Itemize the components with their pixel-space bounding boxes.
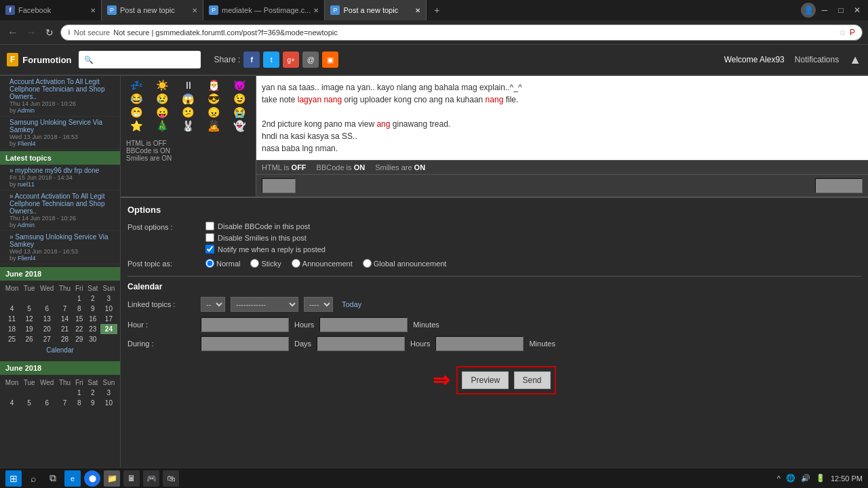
radio-normal-label[interactable]: Normal bbox=[205, 259, 240, 268]
new-tab-button[interactable]: + bbox=[427, 0, 447, 20]
cal-d-10[interactable]: 10 bbox=[100, 304, 117, 314]
forward-button[interactable]: → bbox=[24, 25, 39, 40]
tray-up-icon[interactable]: ^ bbox=[777, 474, 781, 483]
minimize-button[interactable]: ─ bbox=[817, 3, 832, 18]
start-button[interactable]: ⊞ bbox=[5, 470, 22, 487]
store-taskbar-icon[interactable]: 🛍 bbox=[163, 470, 179, 487]
emoji-santa[interactable]: 🎅 bbox=[202, 79, 226, 92]
cal-d-15[interactable]: 15 bbox=[73, 314, 85, 324]
emoji-sun[interactable]: ☀️ bbox=[150, 79, 174, 92]
edge-taskbar-icon[interactable]: e bbox=[64, 470, 81, 487]
cal-d-26[interactable]: 26 bbox=[21, 334, 37, 344]
tray-battery-icon[interactable]: 🔋 bbox=[816, 474, 825, 483]
cal-d-11[interactable]: 11 bbox=[3, 314, 21, 324]
cal-d-1[interactable]: 1 bbox=[73, 293, 85, 304]
sidebar-topic-link-1[interactable]: myphone my96 dtv frp done bbox=[15, 167, 99, 174]
cal-d-24-today[interactable]: 24 bbox=[100, 324, 117, 334]
scroll-up-button[interactable]: ▲ bbox=[849, 53, 861, 67]
sidebar-link-account-1[interactable]: Account Activation To All Legit Cellphon… bbox=[9, 78, 104, 100]
emoji-sleep[interactable]: 💤 bbox=[124, 79, 149, 92]
rss-share-button[interactable]: ▣ bbox=[322, 52, 338, 68]
cal-d-6[interactable]: 6 bbox=[37, 304, 56, 314]
tab-post-active-close[interactable]: ✕ bbox=[415, 7, 420, 14]
cal-d-empty2[interactable] bbox=[21, 293, 37, 304]
emoji-shock[interactable]: 😱 bbox=[176, 93, 200, 105]
linked-select-month[interactable]: ------------ bbox=[231, 297, 298, 312]
emoji-star[interactable]: ⭐ bbox=[124, 120, 149, 132]
cal-d-23[interactable]: 23 bbox=[85, 324, 100, 334]
checkbox-smilies[interactable] bbox=[205, 233, 214, 242]
hour-input[interactable] bbox=[201, 317, 289, 332]
cal-d-9[interactable]: 9 bbox=[85, 304, 100, 314]
cal-d-17[interactable]: 17 bbox=[100, 314, 117, 324]
send-button[interactable]: Send bbox=[514, 371, 551, 389]
emoji-confused[interactable]: 😕 bbox=[176, 106, 200, 119]
cal-d-12[interactable]: 12 bbox=[21, 314, 37, 324]
search-taskbar-button[interactable]: ⌕ bbox=[25, 470, 41, 487]
radio-announcement[interactable] bbox=[292, 259, 300, 268]
emoji-laugh[interactable]: 😂 bbox=[124, 93, 149, 105]
task-view-button[interactable]: ⧉ bbox=[45, 470, 61, 487]
tab-facebook-close[interactable]: ✕ bbox=[90, 7, 96, 14]
address-bar[interactable]: ℹ Not secure Not secure | gsmmediatek.fo… bbox=[60, 24, 863, 41]
cal-d-28[interactable]: 28 bbox=[56, 334, 73, 344]
googleplus-share-button[interactable]: g+ bbox=[283, 52, 299, 68]
calculator-taskbar-icon[interactable]: 🖩 bbox=[123, 470, 140, 487]
checkbox-bbcode[interactable] bbox=[205, 222, 214, 230]
during-hours-input[interactable] bbox=[317, 336, 405, 351]
emoji-cool[interactable]: 😎 bbox=[202, 93, 226, 105]
tray-volume-icon[interactable]: 🔊 bbox=[801, 474, 810, 483]
chrome-taskbar-icon[interactable]: ⬤ bbox=[84, 470, 100, 487]
radio-normal[interactable] bbox=[205, 259, 214, 268]
emoji-devil[interactable]: 😈 bbox=[228, 79, 252, 92]
cal-d-empty1[interactable] bbox=[3, 293, 21, 304]
cal-d-empty4[interactable] bbox=[56, 293, 73, 304]
cal-d-empty3[interactable] bbox=[37, 293, 56, 304]
checkbox-notify-label[interactable]: Notify me when a reply is posted bbox=[205, 245, 326, 253]
sidebar-topic-author-3[interactable]: Flienl4 bbox=[18, 255, 36, 262]
during-input[interactable] bbox=[201, 336, 289, 351]
cal-d-7[interactable]: 7 bbox=[56, 304, 73, 314]
emoji-pause[interactable]: ⏸ bbox=[176, 79, 200, 92]
folder-taskbar-icon[interactable]: 📁 bbox=[104, 470, 120, 487]
cal-d-13[interactable]: 13 bbox=[37, 314, 56, 324]
emoji-sad[interactable]: 😢 bbox=[150, 93, 174, 105]
during-minutes-input[interactable] bbox=[435, 336, 524, 351]
cal-d-18[interactable]: 18 bbox=[3, 324, 21, 334]
cal-d-5[interactable]: 5 bbox=[21, 304, 37, 314]
emoji-rabbit[interactable]: 🐰 bbox=[176, 120, 200, 132]
left-input[interactable] bbox=[262, 178, 296, 193]
emoji-ghost[interactable]: 👻 bbox=[228, 120, 252, 132]
checkbox-notify[interactable] bbox=[205, 245, 214, 253]
cal-d-16[interactable]: 16 bbox=[85, 314, 100, 324]
emoji-wink[interactable]: 😉 bbox=[228, 93, 252, 105]
cal-d-29[interactable]: 29 bbox=[73, 334, 85, 344]
emoji-tongue[interactable]: 😛 bbox=[150, 106, 174, 119]
cal-d-14[interactable]: 14 bbox=[56, 314, 73, 324]
back-button[interactable]: ← bbox=[5, 25, 20, 40]
cal-d-empty5[interactable] bbox=[100, 334, 117, 344]
notifications-button[interactable]: Notifications bbox=[795, 55, 839, 64]
tray-network-icon[interactable]: 🌐 bbox=[786, 474, 795, 483]
minutes-input[interactable] bbox=[319, 317, 408, 332]
cal-d-19[interactable]: 19 bbox=[21, 324, 37, 334]
radio-global-label[interactable]: Global announcement bbox=[363, 259, 447, 268]
cal-d-2[interactable]: 2 bbox=[85, 293, 100, 304]
search-input[interactable] bbox=[79, 51, 201, 68]
today-link[interactable]: Today bbox=[342, 300, 361, 308]
tab-post-new-topic-1[interactable]: P Post a new topic ✕ bbox=[102, 0, 203, 20]
right-input[interactable] bbox=[815, 178, 863, 193]
sidebar-topic-author-1[interactable]: ruel11 bbox=[18, 181, 35, 188]
cal-d-30[interactable]: 30 bbox=[85, 334, 100, 344]
sidebar-author-link-1[interactable]: Admin bbox=[18, 107, 35, 114]
cal-d-8[interactable]: 8 bbox=[73, 304, 85, 314]
radio-announcement-label[interactable]: Announcement bbox=[292, 259, 353, 268]
emoji-angry[interactable]: 😠 bbox=[202, 106, 226, 119]
cal-d-21[interactable]: 21 bbox=[56, 324, 73, 334]
maximize-button[interactable]: □ bbox=[833, 3, 848, 18]
email-share-button[interactable]: @ bbox=[302, 52, 319, 68]
linked-select-day[interactable]: -- bbox=[201, 297, 225, 312]
close-button[interactable]: ✕ bbox=[850, 3, 865, 18]
cal-d-22[interactable]: 22 bbox=[73, 324, 85, 334]
reload-button[interactable]: ↻ bbox=[42, 25, 57, 40]
